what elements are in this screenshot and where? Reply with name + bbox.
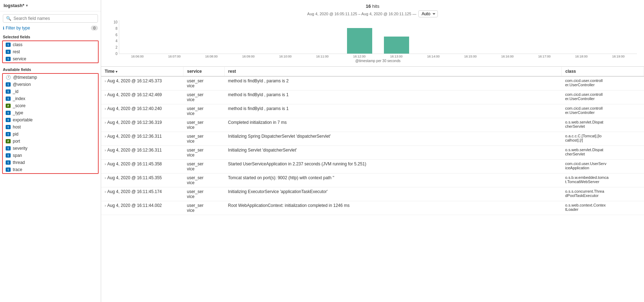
field-type-badge: t [6,43,11,47]
table-row: ›Aug 4, 2020 @ 16:11:45.358user_serviceS… [101,160,644,174]
field-name-label: pid [13,132,18,137]
filter-label-text: Filter by type [6,26,30,31]
field-type-badge: 🕐 [6,75,11,80]
bars-row [119,20,637,54]
chart-subheader: Aug 4, 2020 @ 16:05:11.125 – Aug 4, 2020… [108,10,637,17]
rest-value: method is findById , params is 1 [225,104,562,118]
row-expand-cell: ›Aug 4, 2020 @ 16:12:45.373 [101,76,183,90]
time-column-header[interactable]: Time ▾ [101,67,183,76]
time-value: Aug 4, 2020 @ 16:11:44.002 [107,203,162,208]
available-field-item[interactable]: t@version [3,81,98,88]
table-row: ›Aug 4, 2020 @ 16:12:36.311user_serviceI… [101,132,644,146]
y-axis-label: 0 [115,52,117,56]
x-axis-label: 16:15:00 [452,55,489,58]
available-field-item[interactable]: tpid [3,131,98,138]
available-field-item[interactable]: t_index [3,95,98,102]
available-field-item[interactable]: #port [3,138,98,145]
y-axis: 1086420 [108,20,119,56]
x-axis-label: 16:06:00 [119,55,156,58]
selected-fields-list: tclasstresttservice [2,40,99,63]
x-axis-label: 16:10:00 [267,55,304,58]
field-name-label: host [13,125,21,130]
expand-row-button[interactable]: › [105,134,106,138]
class-column-header[interactable]: class [562,67,644,76]
index-pattern-name: logstash* [4,3,24,8]
filter-badge: 0 [91,26,98,31]
expand-row-button[interactable]: › [105,107,106,111]
histogram-bar[interactable] [347,28,372,54]
search-icon: 🔍 [6,16,11,21]
available-field-item[interactable]: ttrace [3,166,98,173]
row-expand-cell: ›Aug 4, 2020 @ 16:12:36.311 [101,132,183,146]
search-field-names-input[interactable] [13,16,95,21]
field-type-badge: t [6,57,11,61]
table-row: ›Aug 4, 2020 @ 16:12:45.373user_servicem… [101,76,644,90]
rest-value: Tomcat started on port(s): 9002 (http) w… [225,174,562,187]
expand-row-button[interactable]: › [105,190,106,194]
y-axis-label: 2 [115,45,117,49]
histogram-bar[interactable] [384,37,409,54]
field-type-badge: t [6,146,11,150]
selected-field-item[interactable]: tclass [3,41,98,48]
class-value: o.s.s.concurrent.ThreadPoolTaskExecutor [562,187,644,201]
available-field-item[interactable]: texportable [3,116,98,123]
time-value: Aug 4, 2020 @ 16:12:42.469 [107,92,162,97]
expand-row-button[interactable]: › [105,162,106,166]
index-pattern-title[interactable]: logstash* ▾ [4,3,28,8]
available-field-item[interactable]: tthread [3,159,98,166]
service-value: user_service [183,201,225,215]
field-type-badge: t [6,82,11,87]
expand-row-button[interactable]: › [105,121,106,125]
expand-row-button[interactable]: › [105,148,106,152]
table-row: ›Aug 4, 2020 @ 16:12:40.240user_servicem… [101,104,644,118]
available-field-item[interactable]: tseverity [3,145,98,152]
class-value: o.s.b.w.embedded.tomcat.TomcatWebServer [562,174,644,187]
search-field-names-box[interactable]: 🔍 [3,14,98,23]
service-value: user_service [183,132,225,146]
table-row: ›Aug 4, 2020 @ 16:12:36.319user_serviceC… [101,118,644,132]
expand-row-button[interactable]: › [105,79,106,83]
field-name-label: @timestamp [13,75,37,80]
rest-value: Initializing ExecutorService 'applicatio… [225,187,562,201]
row-expand-cell: ›Aug 4, 2020 @ 16:12:36.311 [101,146,183,160]
available-field-item[interactable]: t_id [3,88,98,95]
chart-container: 1086420 16:06:0016:07:0016:08:0016:09:00… [108,20,637,63]
available-field-item[interactable]: tspan [3,152,98,159]
field-type-badge: t [6,97,11,101]
service-value: user_service [183,160,225,174]
row-expand-cell: ›Aug 4, 2020 @ 16:11:45.174 [101,187,183,201]
field-name-label: _id [13,89,18,94]
rest-column-header[interactable]: rest [225,67,562,76]
selected-field-item[interactable]: tservice [3,55,98,62]
class-value: com.cicd.user.controller.UserController [562,90,644,104]
time-value: Aug 4, 2020 @ 16:12:40.240 [107,106,162,111]
selected-fields-label: Selected fields [0,33,101,40]
class-value: com.cicd.user.controller.UserController [562,76,644,90]
table-row: ›Aug 4, 2020 @ 16:11:45.355user_serviceT… [101,174,644,187]
row-expand-cell: ›Aug 4, 2020 @ 16:12:36.319 [101,118,183,132]
filter-by-type-label[interactable]: ℹ Filter by type [3,26,30,31]
service-column-header[interactable]: service [183,67,225,76]
expand-row-button[interactable]: › [105,176,106,180]
available-field-item[interactable]: thost [3,123,98,131]
rest-value: Root WebApplicationContext: initializati… [225,201,562,215]
available-field-item[interactable]: 🕐@timestamp [3,74,98,81]
class-value: o.s.web.context.ContextLoader [562,201,644,215]
expand-row-button[interactable]: › [105,93,106,97]
expand-row-button[interactable]: › [105,204,106,208]
interval-select[interactable]: Auto [418,10,438,17]
sidebar-collapse-button[interactable]: ‹ [101,144,101,158]
sidebar-header: logstash* ▾ [0,0,101,11]
main-content: 16 hits Aug 4, 2020 @ 16:05:11.125 – Aug… [101,0,644,302]
table-body: ›Aug 4, 2020 @ 16:12:45.373user_servicem… [101,76,644,215]
available-fields-label: Available fields [0,66,101,72]
x-axis-label: 16:17:00 [526,55,563,58]
rest-value: Initializing Spring DispatcherServlet 'd… [225,132,562,146]
field-type-badge: # [6,139,11,143]
selected-field-item[interactable]: trest [3,48,98,55]
x-axis-label: 16:18:00 [563,55,600,58]
available-field-item[interactable]: #_score [3,102,98,109]
time-range-text: Aug 4, 2020 @ 16:05:11.125 – Aug 4, 2020… [307,12,416,16]
available-field-item[interactable]: t_type [3,109,98,116]
class-value: o.s.web.servlet.DispatcherServlet [562,118,644,132]
